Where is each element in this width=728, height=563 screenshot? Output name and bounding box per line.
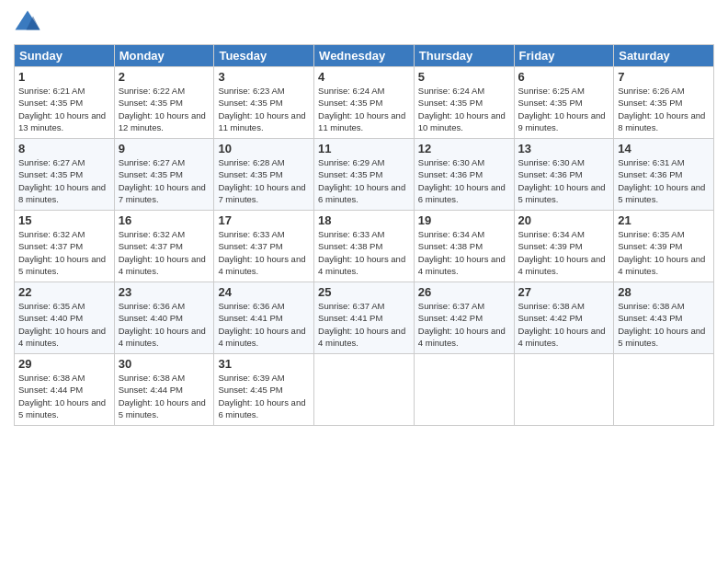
day-info: Sunrise: 6:24 AMSunset: 4:35 PMDaylight:… xyxy=(318,86,405,132)
day-info: Sunrise: 6:38 AMSunset: 4:43 PMDaylight:… xyxy=(618,301,705,348)
calendar-cell: 5Sunrise: 6:24 AMSunset: 4:35 PMDaylight… xyxy=(414,67,514,139)
day-info: Sunrise: 6:30 AMSunset: 4:36 PMDaylight:… xyxy=(418,157,506,204)
calendar-cell: 19Sunrise: 6:34 AMSunset: 4:38 PMDayligh… xyxy=(414,211,514,282)
calendar-cell: 12Sunrise: 6:30 AMSunset: 4:36 PMDayligh… xyxy=(414,139,514,211)
calendar-cell: 30Sunrise: 6:38 AMSunset: 4:44 PMDayligh… xyxy=(114,354,214,426)
day-info: Sunrise: 6:29 AMSunset: 4:35 PMDaylight:… xyxy=(318,157,405,204)
calendar-cell: 22Sunrise: 6:35 AMSunset: 4:40 PMDayligh… xyxy=(15,282,115,354)
calendar-cell: 2Sunrise: 6:22 AMSunset: 4:35 PMDaylight… xyxy=(114,67,214,139)
day-number: 25 xyxy=(318,285,410,299)
calendar-cell xyxy=(514,354,614,426)
day-number: 15 xyxy=(18,213,110,227)
logo xyxy=(14,9,45,37)
day-info: Sunrise: 6:35 AMSunset: 4:39 PMDaylight:… xyxy=(618,229,705,276)
day-number: 31 xyxy=(218,357,310,371)
day-number: 11 xyxy=(318,142,410,155)
header xyxy=(14,9,714,37)
calendar-cell: 7Sunrise: 6:26 AMSunset: 4:35 PMDaylight… xyxy=(614,67,714,139)
day-info: Sunrise: 6:38 AMSunset: 4:42 PMDaylight:… xyxy=(518,301,606,348)
header-day-monday: Monday xyxy=(114,45,214,67)
day-info: Sunrise: 6:36 AMSunset: 4:41 PMDaylight:… xyxy=(218,301,305,348)
calendar-cell: 1Sunrise: 6:21 AMSunset: 4:35 PMDaylight… xyxy=(15,67,115,139)
day-info: Sunrise: 6:35 AMSunset: 4:40 PMDaylight:… xyxy=(18,301,106,348)
calendar-cell: 31Sunrise: 6:39 AMSunset: 4:45 PMDayligh… xyxy=(214,354,314,426)
day-number: 16 xyxy=(119,213,210,227)
day-number: 19 xyxy=(418,213,510,227)
calendar-cell xyxy=(414,354,514,426)
day-info: Sunrise: 6:22 AMSunset: 4:35 PMDaylight:… xyxy=(119,86,206,132)
calendar-cell: 24Sunrise: 6:36 AMSunset: 4:41 PMDayligh… xyxy=(214,282,314,354)
day-number: 26 xyxy=(418,285,510,299)
day-number: 9 xyxy=(119,142,210,155)
day-info: Sunrise: 6:32 AMSunset: 4:37 PMDaylight:… xyxy=(119,229,206,276)
day-number: 20 xyxy=(518,213,610,227)
calendar-cell: 18Sunrise: 6:33 AMSunset: 4:38 PMDayligh… xyxy=(314,211,415,282)
calendar-cell: 9Sunrise: 6:27 AMSunset: 4:35 PMDaylight… xyxy=(114,139,214,211)
header-day-wednesday: Wednesday xyxy=(314,45,415,67)
calendar-cell: 16Sunrise: 6:32 AMSunset: 4:37 PMDayligh… xyxy=(114,211,214,282)
day-number: 3 xyxy=(218,70,310,84)
day-number: 21 xyxy=(618,213,710,227)
day-info: Sunrise: 6:25 AMSunset: 4:35 PMDaylight:… xyxy=(518,86,606,132)
calendar-cell: 15Sunrise: 6:32 AMSunset: 4:37 PMDayligh… xyxy=(15,211,115,282)
day-info: Sunrise: 6:32 AMSunset: 4:37 PMDaylight:… xyxy=(18,229,106,276)
calendar-cell: 3Sunrise: 6:23 AMSunset: 4:35 PMDaylight… xyxy=(214,67,314,139)
day-number: 30 xyxy=(119,357,210,371)
day-info: Sunrise: 6:37 AMSunset: 4:41 PMDaylight:… xyxy=(318,301,405,348)
day-number: 14 xyxy=(618,142,710,155)
day-info: Sunrise: 6:33 AMSunset: 4:37 PMDaylight:… xyxy=(218,229,305,276)
header-day-tuesday: Tuesday xyxy=(214,45,314,67)
day-info: Sunrise: 6:27 AMSunset: 4:35 PMDaylight:… xyxy=(119,157,206,204)
calendar-cell: 28Sunrise: 6:38 AMSunset: 4:43 PMDayligh… xyxy=(614,282,714,354)
logo-icon xyxy=(14,9,41,37)
day-number: 1 xyxy=(18,70,110,84)
calendar-week-row: 29Sunrise: 6:38 AMSunset: 4:44 PMDayligh… xyxy=(15,354,714,426)
day-number: 5 xyxy=(418,70,510,84)
day-info: Sunrise: 6:34 AMSunset: 4:38 PMDaylight:… xyxy=(418,229,506,276)
day-info: Sunrise: 6:24 AMSunset: 4:35 PMDaylight:… xyxy=(418,86,506,132)
day-info: Sunrise: 6:26 AMSunset: 4:35 PMDaylight:… xyxy=(618,86,705,132)
day-info: Sunrise: 6:28 AMSunset: 4:35 PMDaylight:… xyxy=(218,157,305,204)
header-day-sunday: Sunday xyxy=(15,45,115,67)
day-number: 23 xyxy=(119,285,210,299)
calendar-cell: 23Sunrise: 6:36 AMSunset: 4:40 PMDayligh… xyxy=(114,282,214,354)
day-number: 29 xyxy=(18,357,110,371)
day-info: Sunrise: 6:34 AMSunset: 4:39 PMDaylight:… xyxy=(518,229,606,276)
day-info: Sunrise: 6:39 AMSunset: 4:45 PMDaylight:… xyxy=(218,373,305,419)
day-number: 7 xyxy=(618,70,710,84)
day-number: 8 xyxy=(18,142,110,155)
calendar-header-row: SundayMondayTuesdayWednesdayThursdayFrid… xyxy=(15,45,714,67)
calendar-cell: 11Sunrise: 6:29 AMSunset: 4:35 PMDayligh… xyxy=(314,139,415,211)
day-number: 17 xyxy=(218,213,310,227)
calendar-cell: 4Sunrise: 6:24 AMSunset: 4:35 PMDaylight… xyxy=(314,67,415,139)
day-info: Sunrise: 6:23 AMSunset: 4:35 PMDaylight:… xyxy=(218,86,305,132)
day-info: Sunrise: 6:38 AMSunset: 4:44 PMDaylight:… xyxy=(18,373,106,419)
calendar-cell: 29Sunrise: 6:38 AMSunset: 4:44 PMDayligh… xyxy=(15,354,115,426)
day-number: 6 xyxy=(518,70,610,84)
day-info: Sunrise: 6:37 AMSunset: 4:42 PMDaylight:… xyxy=(418,301,506,348)
header-day-thursday: Thursday xyxy=(414,45,514,67)
calendar-week-row: 15Sunrise: 6:32 AMSunset: 4:37 PMDayligh… xyxy=(15,211,714,282)
day-number: 13 xyxy=(518,142,610,155)
calendar-table: SundayMondayTuesdayWednesdayThursdayFrid… xyxy=(14,44,714,426)
calendar-cell: 6Sunrise: 6:25 AMSunset: 4:35 PMDaylight… xyxy=(514,67,614,139)
calendar-cell: 17Sunrise: 6:33 AMSunset: 4:37 PMDayligh… xyxy=(214,211,314,282)
calendar-cell: 14Sunrise: 6:31 AMSunset: 4:36 PMDayligh… xyxy=(614,139,714,211)
calendar-cell: 13Sunrise: 6:30 AMSunset: 4:36 PMDayligh… xyxy=(514,139,614,211)
day-number: 28 xyxy=(618,285,710,299)
header-day-saturday: Saturday xyxy=(614,45,714,67)
day-info: Sunrise: 6:38 AMSunset: 4:44 PMDaylight:… xyxy=(119,373,206,419)
header-day-friday: Friday xyxy=(514,45,614,67)
calendar-cell xyxy=(614,354,714,426)
calendar-week-row: 22Sunrise: 6:35 AMSunset: 4:40 PMDayligh… xyxy=(15,282,714,354)
day-info: Sunrise: 6:21 AMSunset: 4:35 PMDaylight:… xyxy=(18,86,106,132)
day-number: 12 xyxy=(418,142,510,155)
day-number: 18 xyxy=(318,213,410,227)
day-number: 22 xyxy=(18,285,110,299)
day-info: Sunrise: 6:27 AMSunset: 4:35 PMDaylight:… xyxy=(18,157,106,204)
day-number: 10 xyxy=(218,142,310,155)
calendar-cell: 26Sunrise: 6:37 AMSunset: 4:42 PMDayligh… xyxy=(414,282,514,354)
calendar-cell xyxy=(314,354,415,426)
calendar-cell: 20Sunrise: 6:34 AMSunset: 4:39 PMDayligh… xyxy=(514,211,614,282)
calendar-cell: 8Sunrise: 6:27 AMSunset: 4:35 PMDaylight… xyxy=(15,139,115,211)
